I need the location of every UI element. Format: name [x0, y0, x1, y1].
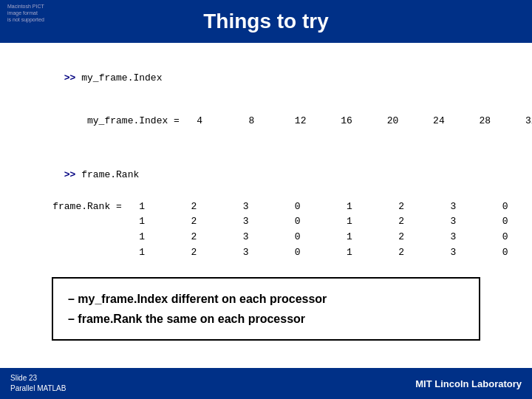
- header-logo: Macintosh PICT image format is not suppo…: [7, 3, 44, 23]
- footer: Slide 23 Parallel MATLAB MIT Lincoln Lab…: [0, 368, 532, 399]
- main-content: >> my_frame.Index my_frame.Index = 4 8 1…: [0, 43, 532, 348]
- rank-row-0: frame.Rank = 1 2 3 0 1 2 3 0: [30, 200, 502, 215]
- prompt-1: >>: [64, 72, 76, 83]
- index-result-line: my_frame.Index = 4 8 12 16 20 24 28 32: [30, 100, 502, 143]
- rank-row-1: frame.Rank = 1 2 3 0 1 2 3 0: [30, 214, 502, 230]
- rank-row-2: frame.Rank = 1 2 3 0 1 2 3 0: [30, 230, 502, 245]
- page-title: Things to try: [203, 10, 329, 33]
- rank-command-line: >> frame.Rank: [30, 153, 502, 197]
- rank-row-3: frame.Rank = 1 2 3 0 1 2 3 0: [30, 245, 502, 261]
- footer-slide-info: Slide 23 Parallel MATLAB: [10, 373, 66, 394]
- rank-result-rows: frame.Rank = 1 2 3 0 1 2 3 0 frame.Rank …: [30, 200, 502, 261]
- header-bar: Macintosh PICT image format is not suppo…: [0, 0, 532, 43]
- footer-brand: MIT Lincoln Laboratory: [415, 378, 522, 389]
- summary-box: – my_frame.Index different on each proce…: [52, 277, 480, 341]
- code-block-index: >> my_frame.Index my_frame.Index = 4 8 1…: [30, 56, 502, 143]
- index-command-line: >> my_frame.Index: [30, 56, 502, 100]
- code-block-rank: >> frame.Rank frame.Rank = 1 2 3 0 1 2 3…: [30, 153, 502, 261]
- summary-line-1: – my_frame.Index different on each proce…: [68, 289, 464, 309]
- prompt-2: >>: [64, 169, 76, 180]
- summary-line-2: – frame.Rank the same on each processor: [68, 309, 464, 329]
